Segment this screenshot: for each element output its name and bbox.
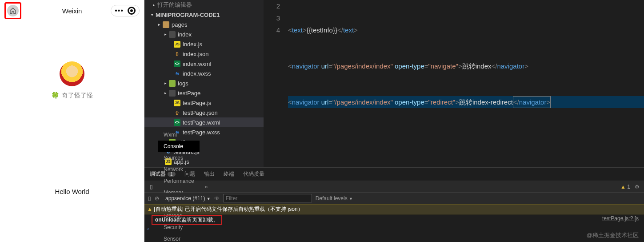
tree-open-editors[interactable]: ▸打开的编辑器 [144,0,264,10]
nickname-row: 🍀 奇了怪了怪 [51,92,93,100]
tree-item[interactable]: JSindex.js [144,39,264,49]
console-log: onUnload:监听页面卸载。 testPage.js:? [s [144,214,644,226]
home-button[interactable] [4,2,21,19]
nickname-text: 奇了怪了怪 [62,92,93,100]
devtools-dock-icon[interactable]: ▯ [144,181,158,193]
code-line-active: <navigator url="/pages/index/index" open… [288,96,644,108]
console-toolbar: ▯ ⊘ appservice (#11) ▼ 👁 Default levels … [144,193,644,204]
devtools-tabs: ▯ WxmlConsoleSourcesNetworkPerformanceMe… [144,181,644,193]
ide-main: ▸打开的编辑器 ▾MINIPROGRAM-CODE1 ▸pages▸indexJ… [144,0,644,167]
code-line: <navigator url="/pages/index/index" open… [288,60,644,72]
tab-quality[interactable]: 代码质量 [243,170,264,178]
tree-item[interactable]: <>index.wxml [144,59,264,69]
home-icon [7,5,19,16]
more-icon[interactable]: ••• [115,7,124,15]
devtab-sources[interactable]: Sources [158,152,200,164]
code-content[interactable]: <text>{{testInfo}}</text> <navigator url… [288,0,644,167]
bottom-tabs: 调试器1 问题 输出 终端 代码质量 [144,168,644,181]
tree-root[interactable]: ▾MINIPROGRAM-CODE1 [144,10,264,20]
log-source-link[interactable]: testPage.js:? [s [602,215,639,225]
devtab-wxml[interactable]: Wxml [158,129,200,141]
avatar [60,61,84,86]
clover-icon: 🍀 [51,92,60,100]
hello-text: Hello World [55,188,89,195]
levels-selector[interactable]: Default levels ▼ [316,195,353,202]
code-line: <text>{{testInfo}}</text> [288,24,644,36]
devtab-network[interactable]: Network [158,164,200,175]
tree-item[interactable]: ▸index [144,29,264,39]
devtools-right: ▲ 1 ⚙ [620,184,644,190]
tab-output[interactable]: 输出 [204,170,215,178]
eye-icon[interactable]: 👁 [214,195,220,202]
settings-icon[interactable]: ⚙ [635,184,640,190]
tree-item[interactable]: ⇋index.wxss [144,69,264,78]
toggle-sidebar-icon[interactable]: ▯ [148,195,151,202]
tree-item[interactable]: {}testPage.json [144,108,264,117]
devtab-performance[interactable]: Performance [158,175,200,187]
clear-console-icon[interactable]: ⊘ [155,195,159,202]
warning-count[interactable]: ▲ 1 [620,184,630,190]
simulator-panel: Weixin ••• 🍀 奇了怪了怪 Hello World [0,0,144,242]
tree-item[interactable]: ▸pages [144,20,264,29]
console-prompt[interactable]: › [144,226,644,232]
line-gutter: 2 3 4 [264,0,288,167]
tree-item[interactable]: ▸logs [144,78,264,88]
filter-input[interactable] [223,194,312,202]
console-output[interactable]: ▲ [自动热重载] 已开启代码文件保存后自动热重载（不支持 json） onUn… [144,204,644,242]
capsule-button[interactable]: ••• [111,5,140,16]
devtab-console[interactable]: Console [158,141,200,152]
ide-panel: ▸打开的编辑器 ▾MINIPROGRAM-CODE1 ▸pages▸indexJ… [144,0,644,242]
console-warning: ▲ [自动热重载] 已开启代码文件保存后自动热重载（不支持 json） [144,204,644,214]
tree-item[interactable]: JStestPage.js [144,98,264,108]
bottom-panel: 调试器1 问题 输出 终端 代码质量 ▯ WxmlConsoleSourcesN… [144,167,644,242]
tree-item[interactable]: {}index.json [144,49,264,59]
simulator-content: 🍀 奇了怪了怪 Hello World [0,21,144,242]
tree-item[interactable]: ▸testPage [144,88,264,98]
tab-terminal[interactable]: 终端 [224,170,234,178]
context-selector[interactable]: appservice (#11) ▼ [165,195,211,202]
tree-item[interactable]: <>testPage.wxml [144,117,264,127]
devtools-more[interactable]: » [200,181,213,193]
code-editor[interactable]: 2 3 4 <text>{{testInfo}}</text> <navigat… [264,0,644,167]
close-mini-icon[interactable] [128,7,136,15]
simulator-nav-bar: Weixin ••• [0,0,144,21]
